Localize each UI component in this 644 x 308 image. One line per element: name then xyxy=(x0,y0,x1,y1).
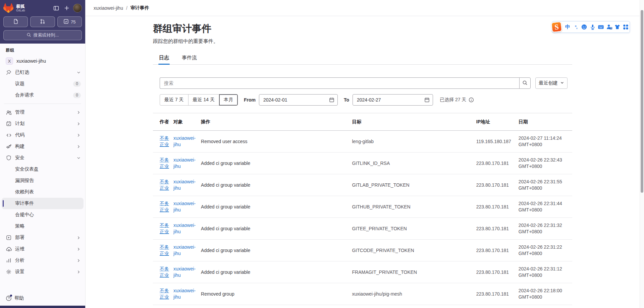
table-row: 不务正业xuxiaowei-jihuAdded ci group variabl… xyxy=(153,240,572,261)
pin-icon xyxy=(6,69,12,75)
object-link[interactable]: xuxiaowei-jihu xyxy=(173,266,196,278)
ime-punctuation-button[interactable]: °, xyxy=(572,23,580,31)
sogou-logo-icon[interactable]: S xyxy=(551,21,562,33)
search-or-goto-button[interactable]: 搜索或转到... xyxy=(3,30,82,40)
page-scrollbar[interactable] xyxy=(640,0,644,308)
sidebar-item-合并请求[interactable]: 合并请求0 xyxy=(2,89,84,101)
calendar-icon xyxy=(6,121,12,127)
gear-icon xyxy=(6,269,12,275)
author-link[interactable]: 不务正业 xyxy=(160,201,169,212)
scrollbar-thumb[interactable] xyxy=(641,10,643,193)
range-this-month-button[interactable]: 本月 xyxy=(219,94,238,106)
author-link[interactable]: 不务正业 xyxy=(160,244,169,256)
range-last-7-days-button[interactable]: 最近 7 天 xyxy=(160,94,189,106)
cloud-icon xyxy=(6,246,12,252)
user-avatar[interactable] xyxy=(73,4,82,12)
info-icon[interactable] xyxy=(469,97,474,103)
ime-skin-icon[interactable] xyxy=(614,23,622,31)
sidebar-item-分析[interactable]: 分析 xyxy=(2,255,84,266)
todo-count: 75 xyxy=(71,19,75,24)
tab-event-stream[interactable]: 事件流 xyxy=(181,52,198,64)
ime-account-icon[interactable]: 78 xyxy=(605,23,613,31)
help-button[interactable]: 帮助 xyxy=(0,291,85,306)
group-avatar: X xyxy=(6,57,13,65)
sidebar-item-group[interactable]: Xxuxiaowei-jihu xyxy=(2,55,84,67)
sidebar-item-构建[interactable]: 构建 xyxy=(2,141,84,152)
ime-keyboard-icon[interactable] xyxy=(597,23,605,31)
search-input[interactable] xyxy=(160,77,519,89)
object-link[interactable]: xuxiaowei-jihu xyxy=(173,135,196,147)
page-subtitle: 跟踪您的群组中的重要事件。 xyxy=(153,38,572,45)
breadcrumb-group-link[interactable]: xuxiaowei-jihu xyxy=(94,5,123,11)
sort-dropdown[interactable]: 最近创建 xyxy=(535,77,568,89)
object-link[interactable]: xuxiaowei-jihu xyxy=(173,201,196,212)
sidebar-item-依赖列表[interactable]: 依赖列表 xyxy=(2,186,84,198)
ip-cell: 223.80.170.181 xyxy=(476,152,519,174)
action-cell: Removed user access xyxy=(201,131,352,152)
header-object: 对象 xyxy=(173,113,201,131)
search-icon xyxy=(522,80,528,86)
ime-voice-icon[interactable] xyxy=(589,23,596,31)
ime-emoji-icon[interactable] xyxy=(581,23,588,31)
object-link[interactable]: xuxiaowei-jihu xyxy=(173,157,196,169)
search-submit-button[interactable] xyxy=(519,77,531,89)
target-cell: FRAMAGIT_PRIVATE_TOKEN xyxy=(352,261,476,283)
merge-requests-shortcut-button[interactable] xyxy=(30,16,55,27)
author-link[interactable]: 不务正业 xyxy=(160,266,169,278)
count-badge: 0 xyxy=(73,81,81,87)
sidebar-item-部署[interactable]: 部署 xyxy=(2,232,84,243)
date-to-input[interactable] xyxy=(353,94,433,106)
ime-chinese-mode-button[interactable]: 中 xyxy=(564,23,572,31)
todos-shortcut-button[interactable]: 75 xyxy=(57,16,82,27)
date-cell: 2024-02-26 22:18:00 GMT+0800 xyxy=(519,283,572,305)
author-link[interactable]: 不务正业 xyxy=(160,288,169,300)
ime-account-badge: 78 xyxy=(610,27,612,29)
breadcrumb-separator: / xyxy=(126,5,127,11)
issues-icon xyxy=(13,19,18,25)
sidebar-item-已钉选[interactable]: 已钉选 xyxy=(2,67,84,78)
date-cell: 2024-02-26 22:31:55 GMT+0800 xyxy=(519,174,572,196)
author-link[interactable]: 不务正业 xyxy=(160,223,169,234)
sidebar-item-审计事件[interactable]: 审计事件 xyxy=(2,198,84,209)
author-link[interactable]: 不务正业 xyxy=(160,135,169,147)
sidebar-item-计划[interactable]: 计划 xyxy=(2,118,84,129)
sidebar-item-管理[interactable]: 管理 xyxy=(2,107,84,118)
sidebar-toggle-icon[interactable] xyxy=(52,4,60,12)
object-link[interactable]: xuxiaowei-jihu xyxy=(173,288,196,300)
target-cell: leng-gitlab xyxy=(352,131,476,152)
issues-shortcut-button[interactable] xyxy=(3,16,28,27)
chevron-right-icon xyxy=(76,236,81,240)
chevron-right-icon xyxy=(76,110,81,115)
sidebar-item-安全[interactable]: 安全 xyxy=(2,152,84,164)
sidebar-item-运维[interactable]: 运维 xyxy=(2,243,84,255)
ime-toolbox-icon[interactable] xyxy=(622,23,630,31)
sidebar-item-合规中心[interactable]: 合规中心 xyxy=(2,209,84,221)
table-row: 不务正业xuxiaowei-jihuAdded ci group variabl… xyxy=(153,174,572,196)
sidebar-item-策略[interactable]: 策略 xyxy=(2,221,84,232)
author-link[interactable]: 不务正业 xyxy=(160,179,169,191)
ip-cell: 223.80.170.181 xyxy=(476,174,519,196)
action-cell: Added ci group variable xyxy=(201,174,352,196)
create-new-plus-icon[interactable] xyxy=(62,4,71,12)
table-row: 不务正业xuxiaowei-jihuAdded ci group variabl… xyxy=(153,152,572,174)
object-link[interactable]: xuxiaowei-jihu xyxy=(173,179,196,191)
object-link[interactable]: xuxiaowei-jihu xyxy=(173,223,196,234)
date-cell: 2024-02-27 11:14:24 GMT+0800 xyxy=(519,131,572,152)
object-link[interactable]: xuxiaowei-jihu xyxy=(173,244,196,256)
date-from-input[interactable] xyxy=(259,94,338,106)
sidebar-item-安全仪表盘[interactable]: 安全仪表盘 xyxy=(2,164,84,175)
page-title: 群组审计事件 xyxy=(153,22,572,36)
sidebar-item-设置[interactable]: 设置 xyxy=(2,266,84,278)
main-content: 群组审计事件 跟踪您的群组中的重要事件。 日志 事件流 最近创建 xyxy=(86,16,640,308)
notification-dot xyxy=(10,295,12,297)
sidebar-item-漏洞报告[interactable]: 漏洞报告 xyxy=(2,175,84,186)
breadcrumb-bar: xuxiaowei-jihu / 审计事件 xyxy=(86,0,644,16)
sidebar-item-议题[interactable]: 议题0 xyxy=(2,78,84,89)
range-last-14-days-button[interactable]: 最近 14 天 xyxy=(188,94,219,106)
ip-cell: 223.80.170.181 xyxy=(476,261,519,283)
author-link[interactable]: 不务正业 xyxy=(160,157,169,169)
sidebar-section-label: 群组 xyxy=(0,48,85,55)
sidebar-item-代码[interactable]: 代码 xyxy=(2,129,84,141)
tab-log[interactable]: 日志 xyxy=(158,52,170,64)
chevron-right-icon xyxy=(76,247,81,251)
